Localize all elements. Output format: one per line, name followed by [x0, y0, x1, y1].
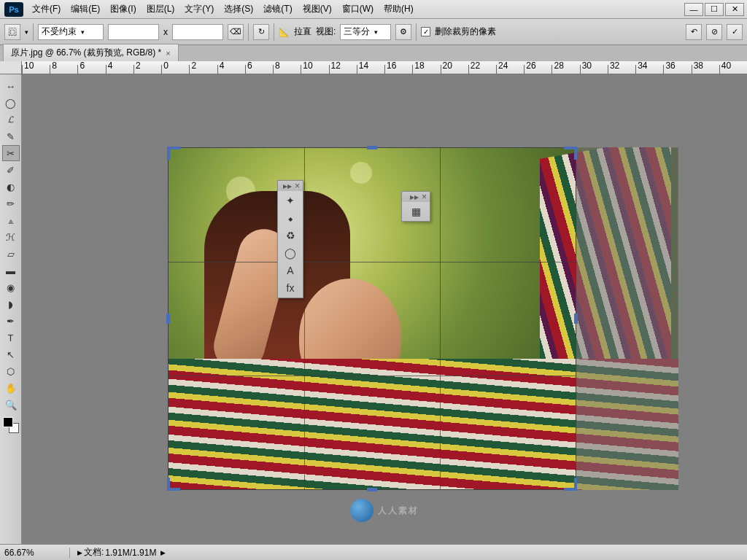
crop-tool[interactable]: ✂	[2, 145, 20, 161]
divider	[33, 23, 34, 41]
crop-handle-br[interactable]	[574, 478, 577, 491]
close-icon[interactable]: ×	[422, 192, 427, 202]
divider	[416, 23, 417, 41]
panel-icon[interactable]: ✦	[283, 194, 298, 207]
marquee-tool[interactable]: ◯	[2, 95, 20, 111]
text-tool[interactable]: T	[2, 330, 20, 346]
cancel-crop-button[interactable]: ⊘	[706, 24, 722, 40]
history-brush-tool[interactable]: ℋ	[2, 229, 20, 245]
workspace: ▸▸ 1086420246810121416182022242628303234…	[0, 61, 747, 544]
commit-crop-button[interactable]: ✓	[727, 24, 743, 40]
color-swatch[interactable]	[3, 417, 19, 433]
ruler-horizontal[interactable]: 1086420246810121416182022242628303234363…	[22, 61, 747, 74]
panel-icon[interactable]: ▦	[409, 205, 423, 218]
crop-tool-icon[interactable]: ⿴	[4, 24, 20, 40]
delete-pixels-checkbox[interactable]: ✓	[421, 27, 430, 36]
close-button[interactable]: ✕	[725, 3, 744, 16]
menu-image[interactable]: 图像(I)	[106, 1, 140, 18]
canvas-area[interactable]: ▸▸× ✦ ⬥ ♻ ◯ A fx ▸▸× ▦ 人人素材	[22, 74, 747, 544]
crop-handle-bl[interactable]	[167, 478, 170, 491]
divider	[274, 23, 274, 41]
chevron-down-icon: ▾	[374, 28, 378, 36]
maximize-button[interactable]: ☐	[705, 3, 724, 16]
view-label: 视图:	[316, 26, 336, 38]
foreground-color[interactable]	[3, 417, 13, 427]
gradient-tool[interactable]: ▬	[2, 262, 20, 279]
status-doc-label: 文档:	[84, 546, 104, 559]
straighten-icon[interactable]: 📐	[279, 27, 290, 37]
crop-handle-t[interactable]	[367, 146, 377, 149]
hand-tool[interactable]: ✋	[2, 380, 20, 396]
app-logo: Ps	[4, 2, 23, 17]
panel-header[interactable]: ▸▸×	[402, 192, 430, 202]
document-tab-bar: 原片.jpg @ 66.7% (裁剪预览, RGB/8) * ×	[0, 45, 747, 61]
clear-button[interactable]: ⌫	[228, 24, 244, 40]
minimize-button[interactable]: —	[684, 3, 703, 16]
crop-grid-line	[304, 148, 305, 489]
collapse-icon[interactable]: ▸▸	[283, 181, 292, 191]
menu-edit[interactable]: 编辑(E)	[66, 1, 104, 18]
status-doc-info[interactable]: ▶ 文档: 1.91M/1.91M ▶	[77, 546, 166, 559]
status-zoom[interactable]: 66.67%	[4, 548, 70, 558]
zoom-tool[interactable]: 🔍	[2, 397, 20, 413]
menu-filter[interactable]: 滤镜(T)	[259, 1, 296, 18]
eraser-tool[interactable]: ▱	[2, 246, 20, 262]
titlebar: Ps 文件(F) 编辑(E) 图像(I) 图层(L) 文字(Y) 选择(S) 滤…	[0, 0, 747, 19]
crop-bounding-box[interactable]	[168, 147, 576, 490]
healing-tool[interactable]: ◐	[2, 179, 20, 195]
menu-help[interactable]: 帮助(H)	[379, 1, 418, 18]
menu-file[interactable]: 文件(F)	[28, 1, 65, 18]
path-select-tool[interactable]: ↖	[2, 346, 20, 362]
panel-icon[interactable]: ⬥	[283, 211, 298, 225]
panel-icon[interactable]: ◯	[283, 246, 298, 260]
chevron-right-icon[interactable]: ▶	[160, 549, 166, 556]
crop-handle-b[interactable]	[367, 488, 377, 491]
menu-layer[interactable]: 图层(L)	[142, 1, 179, 18]
overlay-value: 三等分	[344, 26, 370, 38]
pen-tool[interactable]: ✒	[2, 313, 20, 329]
stamp-tool[interactable]: ⟁	[2, 212, 20, 228]
panel-icon[interactable]: ♻	[283, 229, 298, 242]
overlay-dropdown[interactable]: 三等分 ▾	[340, 24, 391, 40]
document-tab[interactable]: 原片.jpg @ 66.7% (裁剪预览, RGB/8) * ×	[3, 44, 179, 61]
crop-handle-l[interactable]	[166, 314, 170, 324]
crop-handle-tr[interactable]	[574, 147, 577, 160]
watermark: 人人素材	[350, 499, 419, 522]
watermark-logo-icon	[350, 499, 374, 522]
menu-select[interactable]: 选择(S)	[220, 1, 258, 18]
eyedropper-tool[interactable]: ✐	[2, 162, 20, 178]
delete-pixels-label: 删除裁剪的像素	[435, 26, 496, 38]
menu-window[interactable]: 窗口(W)	[338, 1, 378, 18]
floating-panel-mini[interactable]: ▸▸× ▦	[401, 191, 430, 222]
shape-tool[interactable]: ⬡	[2, 363, 20, 379]
dodge-tool[interactable]: ◗	[2, 296, 20, 312]
move-tool[interactable]: ↔	[2, 78, 20, 94]
constraint-dropdown[interactable]: 不受约束 ▾	[38, 24, 104, 40]
panel-icon[interactable]: A	[283, 264, 298, 277]
menu-view[interactable]: 视图(V)	[298, 1, 336, 18]
close-icon[interactable]: ×	[295, 181, 300, 191]
rotate-button[interactable]: ↻	[253, 24, 269, 40]
chevron-right-icon: ▶	[77, 549, 82, 556]
blur-tool[interactable]: ◉	[2, 279, 20, 295]
crop-handle-tl[interactable]	[167, 147, 170, 160]
dropdown-arrow-icon[interactable]: ▾	[25, 28, 28, 36]
panel-icon[interactable]: fx	[283, 281, 298, 295]
close-tab-icon[interactable]: ×	[166, 49, 170, 58]
width-input[interactable]	[108, 24, 159, 40]
ruler-origin[interactable]	[0, 61, 22, 74]
document-tab-title: 原片.jpg @ 66.7% (裁剪预览, RGB/8) *	[11, 47, 161, 59]
crop-handle-r[interactable]	[574, 314, 578, 324]
toolbox: ↔ ◯ 𝓛 ✎ ✂ ✐ ◐ ✏ ⟁ ℋ ▱ ▬ ◉ ◗ ✒ T ↖ ⬡ ✋ 🔍	[0, 74, 22, 544]
panel-header[interactable]: ▸▸×	[278, 181, 303, 191]
height-input[interactable]	[172, 24, 223, 40]
floating-panel-tools[interactable]: ▸▸× ✦ ⬥ ♻ ◯ A fx	[277, 180, 303, 298]
collapse-icon[interactable]: ▸▸	[410, 192, 419, 202]
brush-tool[interactable]: ✏	[2, 195, 20, 211]
overlay-settings-button[interactable]: ⚙	[395, 24, 411, 40]
quick-select-tool[interactable]: ✎	[2, 128, 20, 144]
menu-type[interactable]: 文字(Y)	[180, 1, 218, 18]
window-controls: — ☐ ✕	[683, 3, 744, 16]
lasso-tool[interactable]: 𝓛	[2, 112, 20, 128]
reset-button[interactable]: ↶	[686, 24, 702, 40]
